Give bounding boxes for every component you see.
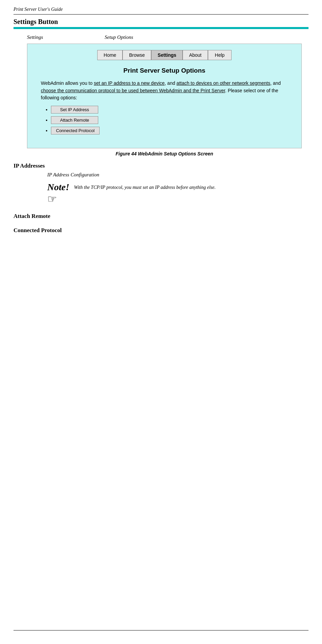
nav-help[interactable]: Help: [208, 50, 232, 60]
connected-protocol-heading: Connected Protocol: [14, 227, 308, 234]
connected-protocol-button[interactable]: Connected Protocol: [51, 127, 100, 134]
nav-bar: Home Browse Settings About Help: [97, 50, 232, 60]
screen-body: WebAdmin allows you to set an IP address…: [41, 80, 288, 134]
nav-browse[interactable]: Browse: [123, 50, 151, 60]
screenshot-box: Home Browse Settings About Help Print Se…: [27, 44, 302, 148]
note-label: Note!: [47, 182, 69, 192]
section-title: Settings Button: [14, 18, 308, 26]
figure-caption: Figure 44 WebAdmin Setup Options Screen: [27, 151, 302, 156]
screen-title: Print Server Setup Options: [35, 67, 293, 74]
attach-remote-heading: Attach Remote: [14, 213, 308, 220]
setup-options-label: Setup Options: [105, 34, 133, 40]
options-list: Set IP Address Attach Remote Connected P…: [51, 106, 288, 134]
page-header: Print Server User's Guide: [14, 7, 308, 15]
set-ip-button[interactable]: Set IP Address: [51, 106, 98, 114]
link-set-ip[interactable]: set an IP address to a new device: [94, 80, 165, 86]
list-item-connected-protocol: Connected Protocol: [51, 127, 288, 134]
settings-label: Settings: [27, 34, 105, 40]
list-item-set-ip: Set IP Address: [51, 106, 288, 114]
note-hand-icon: ☞: [47, 193, 69, 205]
note-icon-container: Note! ☞: [47, 182, 69, 205]
link-attach[interactable]: attach to devices on other network segme…: [177, 80, 270, 86]
ip-addresses-title: IP Addresses: [14, 163, 308, 169]
link-protocol[interactable]: choose the communication protocol to be …: [41, 88, 225, 93]
nav-about[interactable]: About: [183, 50, 208, 60]
nav-settings[interactable]: Settings: [151, 50, 183, 60]
ip-address-config-label: IP Address Configuration: [47, 172, 308, 178]
note-box: Note! ☞ With the TCP/IP protocol, you mu…: [47, 182, 308, 205]
nav-home[interactable]: Home: [97, 50, 123, 60]
page-footer-line: [14, 630, 308, 630]
two-col-header: Settings Setup Options: [27, 34, 308, 40]
list-item-attach-remote: Attach Remote: [51, 116, 288, 124]
teal-bar: [14, 27, 308, 29]
attach-remote-button[interactable]: Attach Remote: [51, 116, 98, 124]
note-text: With the TCP/IP protocol, you must set a…: [74, 182, 215, 191]
